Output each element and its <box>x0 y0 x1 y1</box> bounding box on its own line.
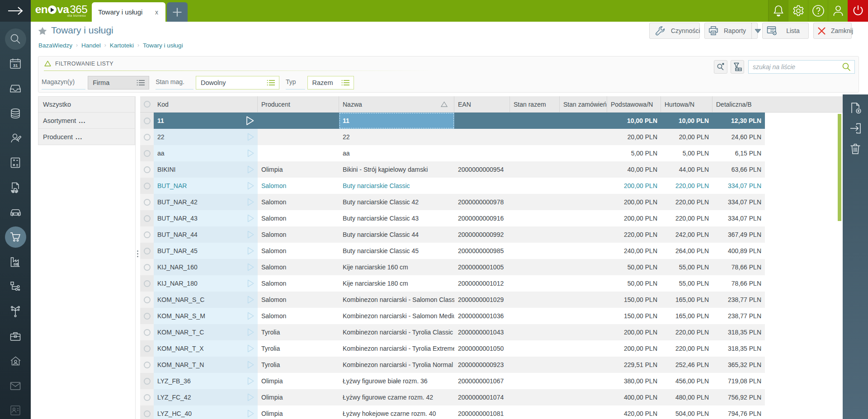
grid-row-LYZ_FB_36[interactable]: LYZ_FB_36OlimpiaŁyżwy figurowe białe roz… <box>140 373 843 389</box>
column-header-kod[interactable]: Kod <box>154 96 258 112</box>
czynnosci-button[interactable]: Czynności <box>649 23 700 39</box>
vertical-scrollbar-thumb[interactable] <box>838 114 841 221</box>
row-radio[interactable] <box>140 308 154 324</box>
row-radio[interactable] <box>140 194 154 210</box>
new-tab-button[interactable] <box>167 2 188 22</box>
sidebar-car-button[interactable] <box>0 200 31 225</box>
grid-row-LYZ_FC_42[interactable]: LYZ_FC_42OlimpiaŁyżwy figurowe czarne ro… <box>140 389 843 405</box>
filter-builder-button[interactable] <box>731 60 744 74</box>
grid-row-KOM_NAR_T_N[interactable]: KOM_NAR_T_NTyroliaKombinezon narciarski … <box>140 357 843 373</box>
tree-item-wszystko[interactable]: Wszystko <box>38 96 135 113</box>
row-radio[interactable] <box>140 178 154 194</box>
sidebar-mail-button[interactable] <box>0 373 31 398</box>
row-radio[interactable] <box>140 357 154 373</box>
grid-row-11[interactable]: 111110,00 PLN10,00 PLN12,30 PLN <box>140 113 843 129</box>
row-radio[interactable] <box>140 324 154 340</box>
grid-row-BUT_NAR[interactable]: BUT_NARSalomonButy narciarskie Classic20… <box>140 178 843 194</box>
sidebar-contacts-button[interactable] <box>0 126 31 151</box>
row-radio[interactable] <box>140 259 154 275</box>
row-radio[interactable] <box>140 340 154 357</box>
column-header-p1[interactable]: Podstawowa/N <box>607 96 661 112</box>
zamknij-button[interactable]: Zamknij <box>813 23 852 39</box>
search-submit-icon[interactable] <box>841 62 851 72</box>
grid-row-BIKINI[interactable]: BIKINIOlimpiaBikini - Strój kąpielowy da… <box>140 161 843 178</box>
row-radio[interactable] <box>140 405 154 419</box>
row-radio[interactable] <box>140 226 154 243</box>
row-radio[interactable] <box>140 113 154 129</box>
grid-row-BUT_NAR_44[interactable]: BUT_NAR_44SalomonButy narciarskie Classi… <box>140 226 843 243</box>
sidebar-home-user-button[interactable] <box>0 348 31 373</box>
filter-dropdown-magazyny[interactable]: Firma <box>88 76 149 89</box>
favorite-star-icon[interactable] <box>38 27 47 35</box>
delete-record-button[interactable] <box>843 138 868 159</box>
tree-item-producent[interactable]: Producent... <box>38 129 135 145</box>
column-header-prod[interactable]: Producent <box>258 96 339 112</box>
filter-dropdown-stanmag[interactable]: Dowolny <box>196 76 279 89</box>
column-header-sz[interactable]: Stan zamówień <box>560 96 607 112</box>
sidebar-inbox-button[interactable] <box>0 76 31 101</box>
kod-text: LYZ_FC_42 <box>157 394 191 401</box>
panel-splitter[interactable] <box>136 96 140 419</box>
row-radio[interactable] <box>140 210 154 226</box>
sidebar-search-button[interactable] <box>0 27 31 52</box>
tree-item-asortyment[interactable]: Asortyment... <box>38 113 135 129</box>
cell-ean: 2000000001005 <box>454 259 510 275</box>
notifications-button[interactable] <box>768 0 788 22</box>
new-record-button[interactable] <box>843 98 868 118</box>
sidebar-workflow-button[interactable] <box>0 274 31 299</box>
row-radio[interactable] <box>140 243 154 259</box>
sidebar-factory-button[interactable] <box>0 250 31 274</box>
row-radio[interactable] <box>140 275 154 292</box>
logout-button[interactable] <box>848 0 868 22</box>
grid-row-KOM_NAR_T_C[interactable]: KOM_NAR_T_CTyroliaKombinezon narciarski … <box>140 324 843 340</box>
grid-row-KIJ_NAR_180[interactable]: KIJ_NAR_180SalomonKije narciarskie 180 c… <box>140 275 843 292</box>
sidebar-database-button[interactable] <box>0 101 31 126</box>
grid-row-22[interactable]: 222220,00 PLN20,00 PLN24,60 PLN <box>140 129 843 145</box>
row-radio[interactable] <box>140 373 154 389</box>
column-header-nazwa[interactable]: Nazwa <box>339 96 454 112</box>
user-menu-button[interactable] <box>828 0 848 22</box>
grid-row-aa[interactable]: aaaa5,00 PLN5,00 PLN6,15 PLN <box>140 145 843 161</box>
advanced-search-button[interactable] <box>714 60 727 74</box>
grid-row-KOM_NAR_S_M[interactable]: KOM_NAR_S_MSalomonKombinezon narciarski … <box>140 308 843 324</box>
list-search-input[interactable] <box>753 63 841 71</box>
row-radio[interactable] <box>140 292 154 308</box>
column-header-p2[interactable]: Hurtowa/N <box>661 96 712 112</box>
row-radio[interactable] <box>140 161 154 178</box>
sidebar-calculator-button[interactable] <box>0 151 31 175</box>
grid-row-LYZ_HC_40[interactable]: LYZ_HC_40OlimpiaŁyżwy hokejowe czarne ro… <box>140 405 843 419</box>
tab-towary-i-uslugi[interactable]: Towary i usługi x <box>92 2 165 22</box>
settings-button[interactable] <box>788 0 808 22</box>
grid-row-KIJ_NAR_160[interactable]: KIJ_NAR_160SalomonKije narciarskie 160 c… <box>140 259 843 275</box>
help-button[interactable] <box>808 0 828 22</box>
breadcrumb-item[interactable]: Towary i usługi <box>143 42 183 49</box>
row-radio[interactable] <box>140 145 154 161</box>
breadcrumb-item[interactable]: BazaWiedzy <box>38 42 72 49</box>
open-record-button[interactable] <box>843 118 868 138</box>
grid-row-BUT_NAR_43[interactable]: BUT_NAR_43SalomonButy narciarskie Classi… <box>140 210 843 226</box>
grid-row-BUT_NAR_42[interactable]: BUT_NAR_42SalomonButy narciarskie Classi… <box>140 194 843 210</box>
lista-button[interactable]: Lista <box>762 23 809 39</box>
sidebar-id-card-button[interactable] <box>0 398 31 419</box>
cell-stan-zamowien <box>560 357 607 373</box>
grid-row-KOM_NAR_T_X[interactable]: KOM_NAR_T_XTyroliaKombinezon narciarski … <box>140 340 843 357</box>
column-header-sr[interactable]: Stan razem <box>510 96 560 112</box>
breadcrumb-item[interactable]: Kartoteki <box>110 42 134 49</box>
sidebar-delivery-doc-button[interactable] <box>0 175 31 200</box>
column-header-p3[interactable]: Detaliczna/B <box>712 96 765 112</box>
row-radio[interactable] <box>140 129 154 145</box>
sidebar-cart-button[interactable] <box>0 225 31 250</box>
filter-dropdown-typ[interactable]: Razem <box>307 76 354 89</box>
row-radio[interactable] <box>140 389 154 405</box>
sidebar-briefcase-button[interactable] <box>0 324 31 349</box>
sidebar-tree-button[interactable] <box>0 299 31 324</box>
column-header-ean[interactable]: EAN <box>454 96 510 112</box>
sidebar-calendar-button[interactable]: 31 <box>0 52 31 76</box>
menu-expand-button[interactable] <box>0 0 31 22</box>
raporty-button[interactable]: Raporty <box>704 23 758 39</box>
grid-row-BUT_NAR_45[interactable]: BUT_NAR_45SalomonButy narciarskie Classi… <box>140 243 843 259</box>
grid-row-KOM_NAR_S_C[interactable]: KOM_NAR_S_CSalomonKombinezon narciarski … <box>140 292 843 308</box>
breadcrumb-item[interactable]: Handel <box>81 42 101 49</box>
select-all-radio[interactable] <box>140 96 154 112</box>
tab-close-icon[interactable]: x <box>153 8 160 17</box>
